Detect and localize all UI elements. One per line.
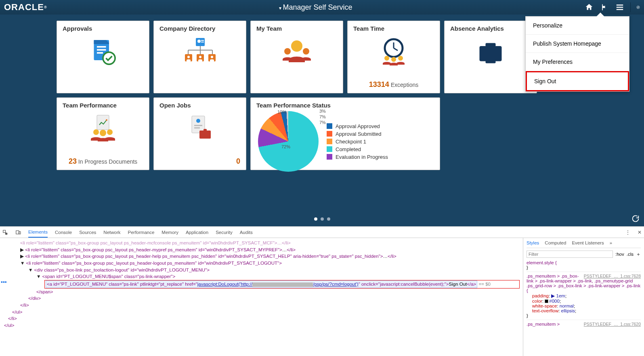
page-title[interactable]: Manager Self Service bbox=[47, 3, 584, 12]
svg-rect-36 bbox=[203, 129, 207, 131]
pie-legend: Approval Approved Approval Submitted Che… bbox=[327, 122, 388, 162]
svg-point-28 bbox=[93, 129, 99, 135]
tile-team-time[interactable]: Team Time 13314 Exceptions bbox=[347, 21, 440, 93]
header-icons bbox=[584, 2, 640, 12]
open-jobs-icon bbox=[159, 109, 240, 149]
tab-memory[interactable]: Memory bbox=[162, 228, 178, 237]
page-dots[interactable] bbox=[314, 217, 330, 221]
tab-elements[interactable]: Elements bbox=[28, 227, 48, 238]
selected-node[interactable]: <a id="PT_LOGOUT_MENU" class="ps-link" p… bbox=[44, 280, 520, 289]
svg-point-20 bbox=[384, 56, 389, 61]
svg-rect-24 bbox=[495, 46, 502, 61]
svg-point-22 bbox=[398, 56, 403, 61]
svg-rect-39 bbox=[19, 232, 21, 234]
menu-publish-homepage[interactable]: Publish System Homepage bbox=[526, 35, 629, 53]
pie-label-submitted: 7% bbox=[319, 114, 326, 119]
tile-team-performance[interactable]: Team Performance 23 In Progress Document… bbox=[57, 97, 149, 170]
tile-absence-analytics[interactable]: Absence Analytics bbox=[444, 21, 537, 93]
svg-rect-34 bbox=[194, 127, 200, 128]
svg-point-32 bbox=[196, 119, 200, 123]
inspect-icon[interactable] bbox=[2, 230, 8, 235]
tile-my-team[interactable]: My Team bbox=[250, 21, 343, 93]
ellipsis-marker: ••• bbox=[1, 279, 7, 285]
cls-toggle[interactable]: .cls bbox=[627, 252, 634, 257]
tile-approvals[interactable]: Approvals bbox=[57, 21, 149, 93]
add-rule-icon[interactable]: ＋ bbox=[636, 251, 641, 257]
tab-sources[interactable]: Sources bbox=[79, 228, 96, 237]
menu-sign-out[interactable]: Sign Out bbox=[526, 71, 629, 91]
my-team-icon bbox=[256, 32, 337, 72]
styles-filter-input[interactable] bbox=[527, 251, 613, 258]
pie-label-checkpoint: 7% bbox=[319, 120, 326, 125]
tab-console[interactable]: Console bbox=[55, 228, 72, 237]
svg-rect-8 bbox=[201, 40, 204, 41]
devtools-more-icon[interactable]: ⋮ bbox=[625, 230, 630, 235]
svg-rect-26 bbox=[97, 115, 109, 130]
dom-tree[interactable]: <li role="listitem" class="ps_box-group … bbox=[0, 238, 523, 356]
svg-rect-2 bbox=[97, 46, 106, 48]
actions-dropdown: Personalize Publish System Homepage My P… bbox=[525, 16, 629, 92]
page-dot-2[interactable] bbox=[321, 217, 324, 221]
page-dot-1[interactable] bbox=[314, 217, 317, 221]
svg-point-21 bbox=[391, 57, 396, 62]
tile-title: Absence Analytics bbox=[450, 25, 531, 32]
tile-title: My Team bbox=[256, 25, 337, 32]
hamburger-menu-icon[interactable] bbox=[615, 2, 625, 12]
tab-performance[interactable]: Performance bbox=[128, 228, 155, 237]
svg-point-18 bbox=[303, 48, 309, 55]
svg-point-15 bbox=[211, 56, 213, 58]
tile-stat: 13314 Exceptions bbox=[348, 80, 440, 89]
svg-rect-31 bbox=[192, 116, 205, 133]
hov-toggle[interactable]: :hov bbox=[615, 252, 624, 257]
tile-team-performance-status[interactable]: Team Performance Status 72% 10% 3% 7% 7%… bbox=[250, 97, 440, 170]
devtools: Elements Console Sources Network Perform… bbox=[0, 226, 644, 356]
application-area: ORACLE® Manager Self Service Personalize… bbox=[0, 0, 644, 226]
home-icon[interactable] bbox=[584, 2, 594, 12]
svg-rect-37 bbox=[3, 230, 6, 232]
oracle-logo: ORACLE® bbox=[4, 2, 47, 13]
tile-title: Approvals bbox=[63, 25, 143, 32]
svg-rect-33 bbox=[194, 125, 202, 126]
pie-chart bbox=[258, 111, 319, 172]
styles-tab-more[interactable]: » bbox=[610, 240, 612, 245]
rule-source-link[interactable]: PSSTYLEDEF_…_1.css:7628 bbox=[584, 274, 641, 278]
page-dot-3[interactable] bbox=[327, 217, 330, 221]
team-time-icon bbox=[353, 32, 434, 72]
directory-icon bbox=[159, 32, 240, 72]
svg-point-16 bbox=[291, 40, 302, 52]
pie-label-approved: 3% bbox=[319, 109, 326, 114]
tab-audits[interactable]: Audits bbox=[240, 228, 253, 237]
device-icon[interactable] bbox=[15, 230, 21, 235]
svg-point-14 bbox=[199, 56, 201, 58]
pie-label-completed: 72% bbox=[281, 144, 290, 149]
tab-application[interactable]: Application bbox=[186, 228, 208, 237]
pie-label-evaluation: 10% bbox=[277, 110, 286, 114]
tile-company-directory[interactable]: Company Directory bbox=[153, 21, 246, 93]
rule-source-link[interactable]: PSSTYLEDEF_…_1.css:7620 bbox=[584, 322, 641, 327]
svg-rect-35 bbox=[199, 131, 211, 139]
menu-my-preferences[interactable]: My Preferences bbox=[526, 53, 629, 71]
navigator-icon[interactable] bbox=[630, 2, 640, 12]
menu-personalize[interactable]: Personalize bbox=[526, 17, 629, 35]
svg-rect-9 bbox=[201, 42, 204, 42]
styles-tab-styles[interactable]: Styles bbox=[527, 240, 539, 245]
flag-icon[interactable] bbox=[600, 2, 609, 12]
styles-tab-listeners[interactable]: Event Listeners bbox=[572, 240, 604, 245]
styles-tab-computed[interactable]: Computed bbox=[545, 240, 566, 245]
absence-icon bbox=[450, 32, 531, 72]
svg-rect-4 bbox=[97, 52, 103, 54]
tab-security[interactable]: Security bbox=[216, 228, 233, 237]
tile-open-jobs[interactable]: Open Jobs 0 bbox=[153, 97, 246, 170]
tile-title: Team Performance Status bbox=[256, 102, 434, 109]
style-rule-truncated: PSSTYLEDEF_…_1.css:7620 .ps_menuitem > bbox=[527, 320, 641, 327]
devtools-close-icon[interactable]: ✕ bbox=[638, 230, 642, 235]
refresh-icon[interactable] bbox=[631, 214, 640, 223]
svg-point-7 bbox=[197, 40, 201, 43]
devtools-tabs: Elements Console Sources Network Perform… bbox=[0, 227, 644, 238]
style-rule-element: element.style { } bbox=[527, 260, 641, 270]
tab-network[interactable]: Network bbox=[103, 228, 120, 237]
svg-rect-38 bbox=[16, 230, 19, 234]
svg-point-30 bbox=[107, 129, 113, 135]
tile-title: Company Directory bbox=[159, 25, 240, 32]
approvals-icon bbox=[63, 32, 143, 72]
